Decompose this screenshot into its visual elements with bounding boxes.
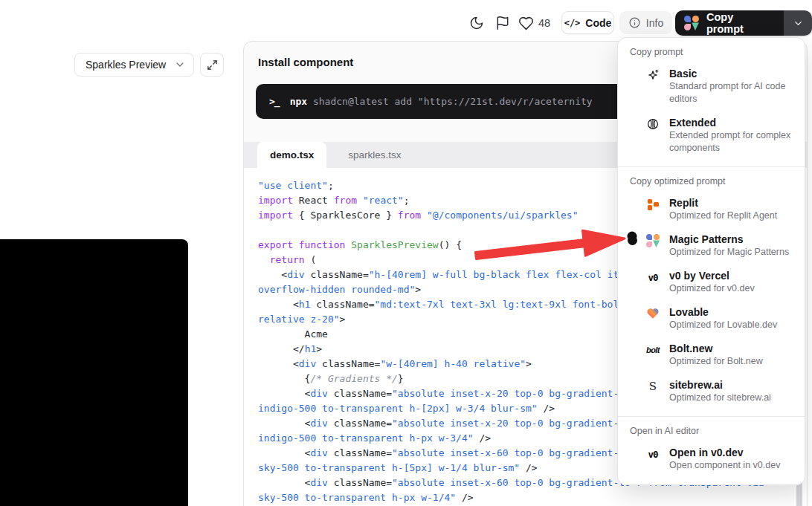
component-preview-canvas	[0, 239, 188, 506]
selected-item-dot	[628, 236, 637, 245]
chevron-down-icon	[793, 18, 804, 29]
copy-prompt-dropdown-menu: Copy promptBasicStandard prompt for AI c…	[617, 37, 805, 485]
heart-icon	[518, 16, 534, 31]
menu-section-label: Copy prompt	[618, 47, 805, 57]
menu-item-description: editors	[669, 93, 785, 106]
menu-item-title: Lovable	[669, 306, 777, 319]
menu-item-description: Standard prompt for AI code	[669, 80, 785, 93]
chevron-down-icon	[174, 59, 186, 71]
menu-item-title: Basic	[669, 68, 785, 80]
lovable-icon	[646, 307, 660, 320]
menu-item-description: Optimized for Replit Agent	[669, 210, 777, 222]
menu-item-description: Optimized for Lovable.dev	[669, 319, 777, 331]
fullscreen-button[interactable]	[200, 53, 224, 77]
replit-icon	[646, 198, 660, 211]
info-icon	[628, 16, 641, 29]
sparkles-icon	[646, 68, 660, 82]
menu-item-basic[interactable]: BasicStandard prompt for AI codeeditors	[618, 68, 805, 117]
menu-item-title: Replit	[669, 197, 777, 210]
menu-item-replit[interactable]: ReplitOptimized for Replit Agent	[618, 197, 805, 233]
menu-item-description: Optimized for v0.dev	[669, 282, 755, 295]
brain-icon	[646, 117, 660, 131]
report-button[interactable]	[494, 14, 512, 32]
menu-item-open-in-v0-dev[interactable]: v0Open in v0.devOpen component in v0.dev	[618, 447, 805, 483]
preview-variant-select[interactable]: Sparkles Preview	[74, 53, 194, 77]
moon-icon	[469, 16, 484, 30]
terminal-icon: >_	[269, 96, 280, 107]
menu-item-title: v0 by Vercel	[669, 270, 755, 282]
menu-section-copy-prompt: Copy promptBasicStandard prompt for AI c…	[618, 38, 805, 166]
v0-icon: v0	[646, 270, 660, 284]
code-icon: </>	[564, 18, 581, 28]
info-tab-button[interactable]: Info	[619, 11, 672, 34]
file-tab-sparkles-tsx[interactable]: sparkles.tsx	[335, 142, 413, 168]
menu-item-title: sitebrew.ai	[669, 379, 771, 392]
page: 48 </> Code Info Copy prompt Sparkles Pr…	[0, 0, 812, 506]
magic-patterns-logo-icon	[684, 16, 699, 30]
menu-item-lovable[interactable]: LovableOptimized for Lovable.dev	[618, 306, 805, 343]
menu-item-magic-patterns[interactable]: Magic PatternsOptimized for Magic Patter…	[618, 233, 805, 270]
command-prefix: npx	[290, 96, 307, 107]
copy-prompt-button[interactable]: Copy prompt	[675, 10, 784, 36]
like-button[interactable]: 48	[518, 14, 550, 32]
copy-prompt-split-button: Copy prompt	[675, 10, 812, 36]
flag-icon	[495, 16, 510, 30]
menu-section-open-in-ai-editor: Open in AI editorv0Open in v0.devOpen co…	[618, 417, 805, 483]
menu-item-title: Bolt.new	[669, 343, 763, 355]
sitebrew-icon: S	[646, 380, 660, 393]
info-button-label: Info	[646, 17, 663, 29]
code-line: sky-500 to-transparent h-px w-1/4" />	[258, 490, 792, 505]
menu-item-description: Optimized for Bolt.new	[669, 355, 763, 368]
menu-item-title: Magic Patterns	[669, 233, 789, 246]
menu-item-extended[interactable]: ExtendedExtended prompt for complexcompo…	[618, 117, 805, 166]
command-text: shadcn@latest add "https://21st.dev/r/ac…	[313, 96, 593, 107]
menu-section-copy-optimized-prompt: Copy optimized promptReplitOptimized for…	[618, 167, 805, 415]
menu-section-label: Open in AI editor	[618, 426, 805, 436]
magic-patterns-icon	[646, 234, 660, 247]
menu-item-description: Open component in v0.dev	[669, 459, 780, 472]
menu-item-title: Open in v0.dev	[669, 447, 780, 459]
bolt-icon: bolt	[646, 343, 660, 357]
menu-item-description: Optimized for Magic Patterns	[669, 246, 789, 259]
menu-item-description: Optimized for sitebrew.ai	[669, 392, 771, 404]
code-tab-button[interactable]: </> Code	[561, 11, 614, 34]
file-tab-demo-tsx[interactable]: demo.tsx	[257, 142, 326, 168]
copy-prompt-label: Copy prompt	[706, 11, 773, 35]
menu-item-v0-by-vercel[interactable]: v0v0 by VercelOptimized for v0.dev	[618, 270, 805, 306]
like-count: 48	[538, 17, 550, 29]
menu-section-label: Copy optimized prompt	[618, 176, 805, 186]
dark-mode-toggle[interactable]	[468, 14, 486, 32]
install-panel-title: Install component	[258, 56, 353, 68]
code-button-label: Code	[585, 17, 611, 29]
copy-prompt-dropdown-toggle[interactable]	[784, 10, 812, 36]
v0-icon: v0	[646, 447, 660, 461]
menu-item-description: Extended prompt for complex	[669, 129, 790, 142]
maximize-icon	[207, 59, 218, 71]
menu-item-sitebrew-ai[interactable]: Ssitebrew.aiOptimized for sitebrew.ai	[618, 379, 805, 415]
menu-item-description: components	[669, 142, 790, 155]
preview-variant-label: Sparkles Preview	[86, 59, 166, 71]
menu-item-title: Extended	[669, 117, 790, 129]
menu-item-bolt-new[interactable]: boltBolt.newOptimized for Bolt.new	[618, 343, 805, 379]
